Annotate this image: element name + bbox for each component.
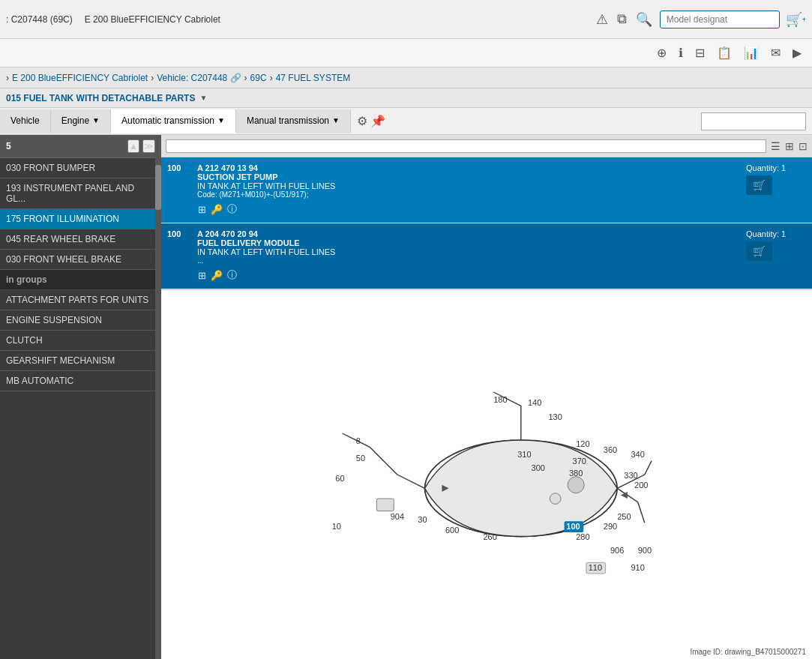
tab-engine-label: Engine <box>61 115 89 126</box>
sidebar-header-num: 5 <box>6 141 11 151</box>
svg-text:140: 140 <box>528 398 541 407</box>
diagram-image[interactable]: 340 330 200 250 290 280 906 900 910 310 … <box>161 290 812 659</box>
part-code-2: ... <box>197 256 740 265</box>
clipboard-icon[interactable]: 📋 <box>712 43 736 63</box>
svg-text:310: 310 <box>517 450 531 459</box>
nav-search-input[interactable] <box>701 112 806 130</box>
sidebar-header: 5 ▲ ≫ <box>0 135 161 158</box>
grid-view-icon[interactable]: ⊞ <box>785 140 794 152</box>
list-view-icon[interactable]: ☰ <box>771 140 781 152</box>
sidebar-item-mb-automatic[interactable]: MB AUTOMATIC <box>0 371 161 391</box>
sidebar-item-clutch[interactable]: CLUTCH <box>0 331 161 351</box>
tab-manual-trans[interactable]: Manual transmission ▼ <box>236 109 351 133</box>
cart-icon-btn[interactable]: 🛒+ <box>786 11 806 28</box>
part-row-num-1: 100 <box>167 163 191 172</box>
sidebar-item-front-wheel-brake[interactable]: 030 FRONT WHEEL BRAKE <box>0 250 161 270</box>
svg-text:30: 30 <box>418 515 427 524</box>
add-to-cart-btn-1[interactable]: 🛒 <box>746 175 772 195</box>
expand-icon[interactable]: ⊡ <box>799 140 808 152</box>
sidebar-item-front-illumination[interactable]: 175 FRONT ILLUMINATION <box>0 209 161 229</box>
svg-text:120: 120 <box>576 439 589 448</box>
bc-link-fuel-system[interactable]: 47 FUEL SYSTEM <box>276 73 351 83</box>
part-table-icon-1[interactable]: ⊞ <box>197 202 207 217</box>
parts-filter-input[interactable] <box>166 139 766 153</box>
tab-engine-arrow: ▼ <box>92 116 100 124</box>
bc-link-c207448[interactable]: Vehicle: C207448 🔗 <box>157 73 241 83</box>
svg-text:200: 200 <box>634 481 648 490</box>
part-table-icon-2[interactable]: ⊞ <box>197 268 207 283</box>
part-name-1: SUCTION JET PUMP <box>197 172 740 181</box>
svg-text:100: 100 <box>566 522 580 531</box>
top-bar-left: : C207448 (69C) E 200 BlueEFFICIENCY Cab… <box>6 14 586 25</box>
part-info-icon-2[interactable]: ⓘ <box>226 268 238 283</box>
tab-manual-trans-label: Manual transmission <box>247 115 329 126</box>
part-info-icon-1[interactable]: ⓘ <box>226 202 238 217</box>
svg-text:50: 50 <box>356 454 365 463</box>
breadcrumb2-link[interactable]: 015 FUEL TANK WITH DETACHABLE PARTS <box>6 93 195 103</box>
bc-sep-2: › <box>244 73 247 83</box>
qty-label-2: Quantity: 1 <box>746 229 786 238</box>
sidebar-item-attachment-parts[interactable]: ATTACHMENT PARTS FOR UNITS <box>0 290 161 310</box>
sidebar-item-gearshift[interactable]: GEARSHIFT MECHANISM <box>0 351 161 371</box>
svg-text:280: 280 <box>576 532 589 541</box>
svg-text:8: 8 <box>356 436 361 445</box>
svg-text:10: 10 <box>332 522 341 531</box>
sidebar-item-instrument-panel[interactable]: 193 INSTRUMENT PANEL AND GL... <box>0 178 161 209</box>
part-code-1: Code: (M271+M010)+-(U51/917); <box>197 190 740 199</box>
part-desc-2: IN TANK AT LEFT WITH FUEL LINES <box>197 247 740 256</box>
part-id-2: A 204 470 20 94 <box>197 229 740 238</box>
svg-text:904: 904 <box>391 512 404 521</box>
svg-text:910: 910 <box>631 563 645 572</box>
warning-icon-btn[interactable]: ⚠ <box>595 10 610 29</box>
add-to-cart-btn-2[interactable]: 🛒 <box>746 241 772 261</box>
tab-vehicle[interactable]: Vehicle <box>0 109 51 133</box>
mail-icon[interactable]: ✉ <box>766 43 785 63</box>
svg-text:180: 180 <box>493 395 507 404</box>
sidebar-item-engine-suspension[interactable]: ENGINE SUSPENSION <box>0 310 161 331</box>
sidebar-item-rear-wheel-brake[interactable]: 045 REAR WHEEL BRAKE <box>0 229 161 250</box>
top-bar: : C207448 (69C) E 200 BlueEFFICIENCY Cab… <box>0 0 812 39</box>
svg-text:260: 260 <box>483 532 496 541</box>
chart-icon[interactable]: 📊 <box>739 43 763 63</box>
sidebar-item-front-bumper[interactable]: 030 FRONT BUMPER <box>0 158 161 178</box>
sidebar-double-arrow-icon[interactable]: ≫ <box>142 139 155 153</box>
vehicle-id: : C207448 (69C) <box>6 14 73 25</box>
sidebar: 5 ▲ ≫ 030 FRONT BUMPER 193 INSTRUMENT PA… <box>0 135 161 659</box>
tab-auto-trans-arrow: ▼ <box>217 116 225 124</box>
bc-link-69c[interactable]: 69C <box>250 73 267 83</box>
part-desc-1: IN TANK AT LEFT WITH FUEL LINES <box>197 181 740 190</box>
svg-rect-33 <box>376 499 394 511</box>
part-row-2[interactable]: 100 A 204 470 20 94 FUEL DELIVERY MODULE… <box>161 223 812 289</box>
vehicle-name: E 200 BlueEFFICIENCY Cabriolet <box>85 14 220 25</box>
bc-sep-3: › <box>270 73 273 83</box>
bc-link-vehicle[interactable]: E 200 BlueEFFICIENCY Cabriolet <box>12 73 148 83</box>
copy-icon-btn[interactable]: ⧉ <box>616 10 628 28</box>
qty-label-1: Quantity: 1 <box>746 163 786 172</box>
part-info-1: A 212 470 13 94 SUCTION JET PUMP IN TANK… <box>197 163 740 217</box>
svg-text:360: 360 <box>604 445 617 454</box>
play-icon[interactable]: ▶ <box>788 43 806 63</box>
part-row-num-2: 100 <box>167 229 191 238</box>
svg-point-31 <box>568 477 584 493</box>
sidebar-collapse-icon[interactable]: ▲ <box>127 139 139 153</box>
info-icon[interactable]: ℹ <box>674 43 688 63</box>
filter-icon[interactable]: ⊟ <box>691 43 709 63</box>
tab-auto-trans-label: Automatic transmission <box>121 115 214 126</box>
tab-engine[interactable]: Engine ▼ <box>51 109 111 133</box>
part-icons-2: ⊞ 🔑 ⓘ <box>197 268 740 283</box>
diagram-image-id: Image ID: drawing_B47015000271 <box>690 648 806 656</box>
tab-auto-trans[interactable]: Automatic transmission ▼ <box>111 109 236 133</box>
nav-gear-icon[interactable]: ⚙ <box>357 114 367 128</box>
part-key-icon-2[interactable]: 🔑 <box>210 268 223 283</box>
bc-sep-1: › <box>151 73 154 83</box>
nav-pin-icon[interactable]: 📌 <box>370 114 385 128</box>
svg-text:130: 130 <box>549 412 562 421</box>
model-search-input[interactable] <box>660 10 780 28</box>
part-info-2: A 204 470 20 94 FUEL DELIVERY MODULE IN … <box>197 229 740 283</box>
toolbar-row: ⊕ ℹ ⊟ 📋 📊 ✉ ▶ <box>0 39 812 67</box>
part-row-1[interactable]: 100 A 212 470 13 94 SUCTION JET PUMP IN … <box>161 157 812 223</box>
zoom-in-icon[interactable]: ⊕ <box>652 43 671 63</box>
breadcrumb2-dropdown[interactable]: ▼ <box>199 94 207 102</box>
part-key-icon-1[interactable]: 🔑 <box>210 202 223 217</box>
search-icon-btn[interactable]: 🔍 <box>634 10 654 29</box>
